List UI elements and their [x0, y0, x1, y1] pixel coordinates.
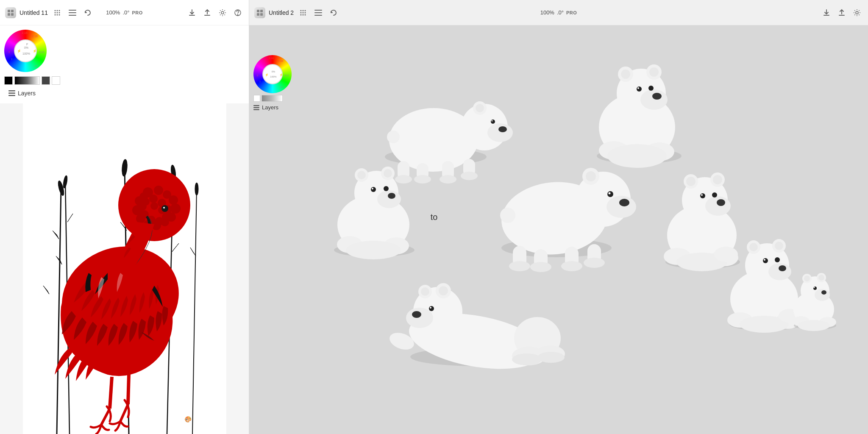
svg-point-5 — [56, 10, 58, 11]
right-white-swatch[interactable] — [253, 95, 260, 102]
svg-point-117 — [491, 120, 495, 124]
svg-point-51 — [169, 195, 178, 205]
settings-icon-left[interactable] — [217, 7, 228, 19]
download-in-icon-right[interactable] — [821, 7, 832, 19]
svg-point-8 — [56, 12, 58, 13]
svg-text:2.16: 2.16 — [269, 57, 274, 59]
left-color-wheel[interactable]: 2.16 2.16 8.13 27 2 7 0% 100% ⚡ ⚡ F — [4, 30, 47, 72]
svg-point-84 — [303, 10, 304, 11]
svg-point-126 — [414, 175, 431, 184]
svg-point-193 — [714, 247, 738, 262]
svg-point-218 — [775, 257, 780, 262]
svg-rect-96 — [839, 15, 845, 16]
download-out-icon-right[interactable] — [836, 7, 848, 19]
left-title: Untitled 11 — [19, 9, 48, 16]
svg-rect-108 — [253, 105, 259, 106]
right-tool-area: 2.16 2.16 8.13 27 2 7 0% 100% ⚡ ⚡ — [253, 55, 292, 111]
svg-point-141 — [649, 67, 659, 77]
svg-point-151 — [372, 188, 373, 189]
right-zoom: 100% — [540, 9, 554, 16]
download-in-icon-left[interactable] — [186, 7, 198, 19]
svg-point-87 — [303, 12, 304, 13]
svg-point-148 — [377, 190, 401, 208]
svg-rect-14 — [69, 12, 76, 13]
svg-rect-2 — [8, 13, 10, 16]
svg-point-174 — [530, 262, 551, 272]
left-color-swatches — [4, 76, 60, 85]
scarlet-ibis-illustration: 🎨 — [23, 103, 226, 434]
svg-rect-0 — [8, 10, 10, 12]
app-icon-left[interactable] — [5, 7, 16, 18]
menu-icon-left[interactable] — [67, 7, 78, 19]
left-rotation: .0° — [122, 9, 129, 16]
svg-rect-13 — [69, 10, 76, 11]
svg-point-237 — [818, 275, 824, 281]
left-layers-button[interactable]: Layers — [4, 87, 40, 99]
svg-point-10 — [54, 14, 56, 15]
svg-point-85 — [305, 10, 306, 11]
svg-text:27: 27 — [280, 86, 283, 89]
black-swatch[interactable] — [4, 76, 13, 85]
svg-point-204 — [421, 287, 429, 296]
svg-point-215 — [779, 265, 786, 271]
grid-icon-right[interactable] — [297, 7, 309, 19]
right-panel: Untitled 2 — [249, 0, 868, 434]
svg-rect-110 — [253, 109, 259, 110]
svg-point-183 — [700, 193, 705, 198]
left-canvas[interactable]: 🎨 — [23, 103, 226, 434]
svg-rect-95 — [823, 15, 829, 16]
svg-rect-1 — [11, 10, 14, 12]
svg-line-74 — [128, 375, 129, 404]
undo-icon-right[interactable] — [328, 7, 339, 19]
svg-point-168 — [586, 171, 596, 181]
svg-line-76 — [110, 377, 112, 409]
svg-point-159 — [346, 241, 401, 259]
svg-point-61 — [149, 195, 158, 203]
svg-point-4 — [54, 10, 56, 11]
help-icon-left[interactable] — [232, 7, 244, 19]
undo-icon-left[interactable] — [82, 7, 94, 19]
svg-point-128 — [461, 172, 478, 180]
right-color-wheel[interactable]: 2.16 2.16 8.13 27 2 7 0% 100% ⚡ ⚡ — [253, 55, 292, 93]
left-canvas-area: 🎨 — [0, 103, 249, 434]
svg-point-176 — [584, 258, 605, 268]
svg-point-185 — [712, 192, 717, 198]
svg-point-144 — [607, 144, 667, 168]
svg-rect-79 — [257, 10, 259, 12]
grid-icon-left[interactable] — [51, 7, 63, 19]
app-icon-right[interactable] — [254, 7, 265, 18]
svg-point-116 — [498, 126, 507, 132]
left-toolbar-center: 100% .0° PRO — [106, 9, 143, 16]
right-toolbar-center: 100% .0° PRO — [540, 9, 577, 16]
svg-text:2.16: 2.16 — [32, 35, 38, 38]
white-swatch[interactable] — [52, 76, 60, 85]
svg-rect-94 — [314, 15, 322, 16]
svg-point-189 — [713, 175, 722, 184]
right-toolbar: Untitled 2 — [249, 0, 868, 25]
settings-icon-right[interactable] — [851, 7, 863, 19]
svg-point-127 — [440, 175, 456, 184]
svg-point-217 — [764, 259, 765, 261]
svg-point-150 — [371, 187, 376, 192]
svg-point-182 — [717, 199, 725, 206]
right-title: Untitled 2 — [269, 9, 294, 16]
left-tool-area: 2.16 2.16 8.13 27 2 7 0% 100% ⚡ ⚡ F — [0, 25, 249, 103]
download-out-icon-left[interactable] — [201, 7, 213, 19]
svg-point-165 — [607, 191, 613, 197]
gradient-swatch[interactable] — [14, 76, 40, 85]
right-canvas-area[interactable]: 2.16 2.16 8.13 27 2 7 0% 100% ⚡ ⚡ — [249, 25, 868, 434]
right-pro-badge: PRO — [566, 10, 577, 15]
svg-point-152 — [384, 186, 389, 191]
svg-point-70 — [150, 202, 158, 210]
svg-point-69 — [142, 198, 150, 206]
svg-point-222 — [775, 242, 783, 250]
svg-point-198 — [412, 311, 421, 318]
menu-icon-right[interactable] — [312, 7, 324, 19]
right-layers-button[interactable]: Layers — [253, 104, 292, 111]
right-gradient-swatch[interactable] — [262, 95, 283, 102]
svg-point-12 — [58, 14, 60, 15]
svg-text:7: 7 — [11, 58, 13, 61]
svg-point-139 — [621, 70, 630, 79]
dark-swatch[interactable] — [42, 76, 50, 85]
svg-text:7: 7 — [259, 81, 261, 83]
